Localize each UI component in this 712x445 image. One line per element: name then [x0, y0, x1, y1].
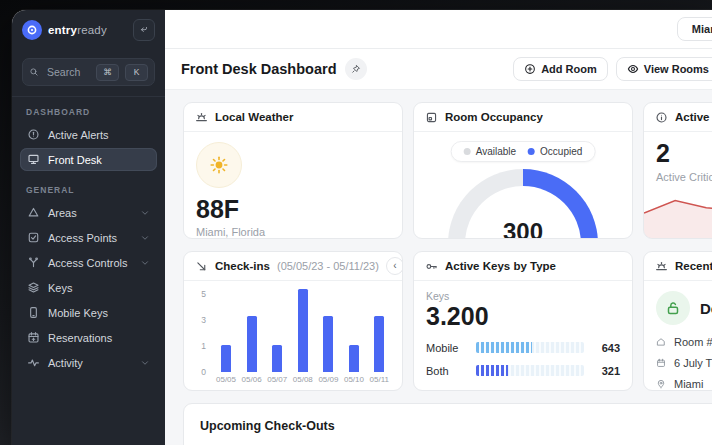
- key-icon: [425, 260, 438, 273]
- sunrise-icon: [195, 111, 208, 124]
- legend-occupied: Occupied: [528, 146, 582, 157]
- sidebar-item-activity[interactable]: Activity: [20, 351, 157, 374]
- sidebar-item-keys[interactable]: Keys: [20, 276, 157, 299]
- bar-column: 05/05: [216, 345, 236, 389]
- k-key-badge: K: [125, 64, 148, 81]
- x-axis-label: 05/09: [318, 375, 338, 389]
- pin-icon: [351, 64, 361, 74]
- square-check-icon: [27, 231, 40, 244]
- bar-column: 05/09: [318, 316, 338, 389]
- keys-row-mobile: Mobile 643: [426, 342, 620, 354]
- critical-body: 2 Active Critical Alerts: [644, 132, 712, 238]
- dark-backdrop: entryready ⌘ K DASHBOARD: [0, 0, 712, 445]
- gauge-value: 300: [448, 219, 598, 239]
- keys-metric-value: 3.200: [426, 302, 620, 331]
- top-bar: Miami: [165, 10, 712, 49]
- location-button[interactable]: Miami: [677, 17, 712, 41]
- search-input[interactable]: [45, 65, 90, 79]
- keys-row-both: Both 321: [426, 365, 620, 377]
- sidebar-item-label: Activity: [48, 357, 83, 369]
- card-title: Upcoming Check-Outs: [200, 419, 712, 433]
- legend-available: Available: [464, 146, 516, 157]
- bar-column: 05/08: [293, 289, 313, 389]
- date-range: (05/05/23 - 05/11/23): [277, 260, 379, 272]
- chevron-down-icon: [140, 358, 150, 368]
- card-title: Check-ins: [215, 260, 270, 272]
- critical-count: 2: [656, 140, 712, 168]
- layers-icon: [27, 281, 40, 294]
- room-occupancy-card: Room Occupancy Available Occupied 300: [413, 102, 633, 239]
- entryready-logo-icon: [22, 20, 42, 40]
- pin-dashboard-button[interactable]: [345, 58, 367, 80]
- sidebar-item-label: Access Points: [48, 232, 117, 244]
- striped-bar-track: [476, 365, 584, 376]
- page-header: Front Desk Dashboard Add Room View Rooms: [165, 49, 712, 90]
- row-value: 321: [592, 365, 620, 377]
- sidebar-item-access-points[interactable]: Access Points: [20, 226, 157, 249]
- card-title: Active Critical Alerts: [675, 111, 712, 123]
- checkins-bar: [221, 345, 231, 372]
- y-axis-tick: 1: [201, 341, 206, 351]
- view-rooms-label: View Rooms: [644, 63, 709, 75]
- sidebar-item-label: Access Controls: [48, 257, 127, 269]
- row-label: Both: [426, 365, 468, 377]
- sun-icon: [209, 155, 229, 175]
- sidebar-item-areas[interactable]: Areas: [20, 201, 157, 224]
- checkins-chart: 0135 05/0505/0605/0705/0805/0905/1005/11: [184, 281, 402, 391]
- detail-location: Miami: [656, 378, 712, 390]
- activity-event: Door Unlocked: [656, 291, 712, 325]
- room-panel-icon: [425, 111, 438, 124]
- view-rooms-button[interactable]: View Rooms: [616, 57, 712, 81]
- sidebar-item-label: Front Desk: [48, 154, 102, 166]
- detail-text: Miami: [674, 378, 703, 390]
- collapse-arrow-icon: [139, 25, 149, 35]
- search-box[interactable]: ⌘ K: [22, 58, 155, 86]
- y-axis-tick: 3: [201, 315, 206, 325]
- dashboard-content: Local Weather: [165, 90, 712, 445]
- checkins-bar: [298, 289, 308, 372]
- map-pin-icon: [656, 379, 666, 389]
- sidebar-item-active-alerts[interactable]: Active Alerts: [20, 123, 157, 146]
- local-weather-card: Local Weather: [183, 102, 403, 239]
- sidebar-item-front-desk[interactable]: Front Desk: [20, 148, 157, 171]
- eye-icon: [627, 63, 639, 75]
- search-icon: [29, 67, 39, 77]
- sidebar-item-mobile-keys[interactable]: Mobile Keys: [20, 301, 157, 324]
- upcoming-check-outs-card: Upcoming Check-Outs: [183, 403, 712, 445]
- card-title: Local Weather: [215, 111, 293, 123]
- gauge-legend: Available Occupied: [451, 141, 596, 162]
- chevron-down-icon: [140, 233, 150, 243]
- row-label: Mobile: [426, 342, 468, 354]
- card-header: Active Critical Alerts: [644, 103, 712, 132]
- active-critical-alerts-card: Active Critical Alerts 2 Active Critical…: [643, 102, 712, 239]
- checkins-bar: [323, 316, 333, 372]
- smartphone-icon: [27, 306, 40, 319]
- chevron-down-icon: [140, 258, 150, 268]
- bar-column: 05/06: [242, 316, 262, 389]
- occupancy-gauge: 300 Available: [448, 169, 598, 239]
- brand-bold: entry: [48, 24, 77, 36]
- x-axis-label: 05/06: [242, 375, 262, 389]
- add-room-label: Add Room: [541, 63, 597, 75]
- occupancy-body: Available Occupied 300 Available: [414, 132, 632, 238]
- alert-circle-icon: [27, 128, 40, 141]
- sun-badge: [196, 142, 242, 188]
- card-header: Active Keys by Type: [414, 252, 632, 281]
- x-axis-label: 05/05: [216, 375, 236, 389]
- brand-light: ready: [77, 24, 107, 36]
- sidebar-item-reservations[interactable]: Reservations: [20, 326, 157, 349]
- chart-pagination: ‹ ›: [386, 257, 403, 275]
- x-axis-label: 05/11: [370, 375, 389, 389]
- row-value: 643: [592, 342, 620, 354]
- calendar-plus-icon: [27, 331, 40, 344]
- active-keys-card: Active Keys by Type Keys 3.200 Mobile 64…: [413, 251, 633, 391]
- checkins-bar: [374, 316, 384, 372]
- prev-week-button[interactable]: ‹: [386, 257, 403, 275]
- calendar-icon: [656, 358, 666, 368]
- y-axis-tick: 5: [201, 289, 206, 299]
- bar-column: 05/10: [344, 345, 364, 389]
- sidebar-item-access-controls[interactable]: Access Controls: [20, 251, 157, 274]
- header-actions: Add Room View Rooms: [513, 57, 712, 81]
- add-room-button[interactable]: Add Room: [513, 57, 608, 81]
- sidebar-collapse-button[interactable]: [133, 19, 155, 41]
